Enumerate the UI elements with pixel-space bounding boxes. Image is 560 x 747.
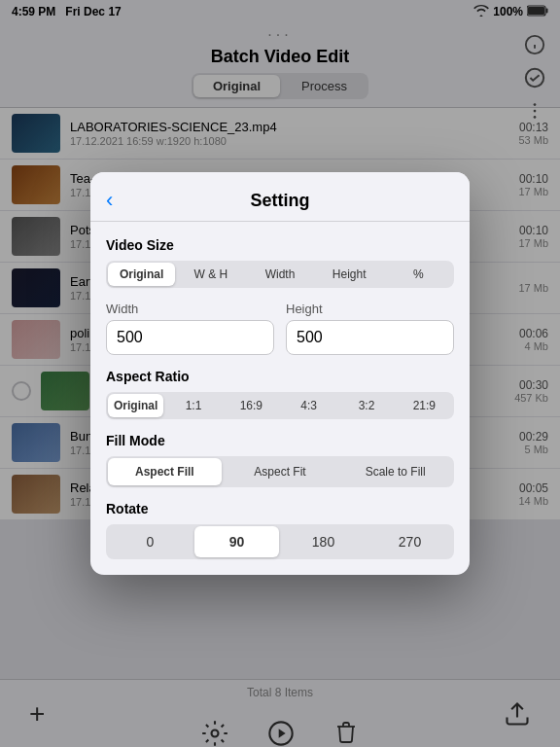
back-button[interactable]: ‹ (106, 188, 133, 213)
rotate-270[interactable]: 270 (368, 526, 452, 557)
size-option-wh[interactable]: W & H (177, 263, 244, 286)
width-input[interactable] (106, 320, 274, 355)
size-option-percent[interactable]: % (385, 263, 452, 286)
rotate-segment: 0 90 180 270 (106, 524, 454, 559)
rotate-90[interactable]: 90 (194, 526, 279, 557)
settings-modal: ‹ Setting Video Size Original W & H Widt… (90, 172, 470, 575)
height-group: Height (286, 302, 454, 355)
modal-title: Setting (251, 191, 310, 211)
fill-mode-segment: Aspect Fill Aspect Fit Scale to Fill (106, 456, 454, 487)
aspect-ratio-segment: Original 1:1 16:9 4:3 3:2 21:9 (106, 392, 454, 419)
aspect-ratio-label: Aspect Ratio (106, 369, 454, 384)
rotate-0[interactable]: 0 (108, 526, 192, 557)
ar-option-21-9[interactable]: 21:9 (397, 394, 452, 417)
size-option-width[interactable]: Width (246, 263, 313, 286)
rotate-180[interactable]: 180 (281, 526, 366, 557)
modal-body: Video Size Original W & H Width Height %… (90, 222, 470, 575)
modal-header: ‹ Setting (90, 172, 470, 222)
ar-option-4-3[interactable]: 4:3 (281, 394, 336, 417)
modal-overlay[interactable]: ‹ Setting Video Size Original W & H Widt… (0, 0, 560, 747)
fill-option-aspect-fill[interactable]: Aspect Fill (108, 458, 222, 485)
video-size-segment: Original W & H Width Height % (106, 261, 454, 288)
height-label: Height (286, 302, 454, 316)
ar-option-16-9[interactable]: 16:9 (224, 394, 279, 417)
wh-row: Width Height (106, 302, 454, 355)
ar-option-1-1[interactable]: 1:1 (165, 394, 221, 417)
ar-option-original[interactable]: Original (108, 394, 163, 417)
rotate-label: Rotate (106, 501, 454, 516)
fill-option-aspect-fit[interactable]: Aspect Fit (224, 458, 337, 485)
fill-mode-label: Fill Mode (106, 433, 454, 448)
ar-option-3-2[interactable]: 3:2 (338, 394, 394, 417)
video-size-label: Video Size (106, 237, 454, 253)
size-option-original[interactable]: Original (108, 263, 175, 286)
width-group: Width (106, 302, 274, 355)
size-option-height[interactable]: Height (316, 263, 383, 286)
height-input[interactable] (286, 320, 454, 355)
fill-option-scale-fill[interactable]: Scale to Fill (338, 458, 452, 485)
width-label: Width (106, 302, 274, 316)
